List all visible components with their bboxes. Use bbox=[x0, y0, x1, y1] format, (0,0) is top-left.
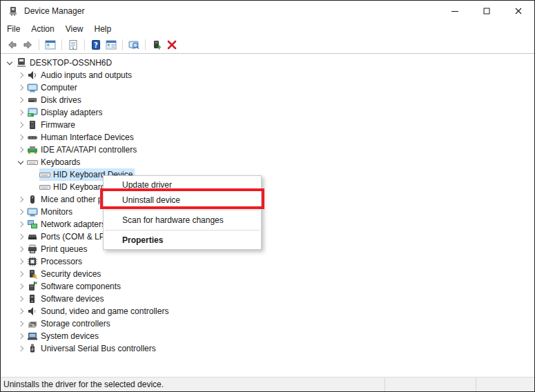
chevron-right-icon[interactable] bbox=[14, 317, 27, 330]
menu-separator bbox=[105, 210, 260, 210]
menu-file[interactable]: File bbox=[1, 21, 26, 37]
tree-item-monitors[interactable]: Monitors bbox=[1, 206, 534, 218]
hid-icon bbox=[27, 132, 38, 143]
keyboard-icon bbox=[39, 169, 50, 180]
tree-item-disk-drives[interactable]: Disk drives bbox=[1, 94, 534, 106]
chevron-right-icon[interactable] bbox=[14, 81, 27, 94]
close-button[interactable] bbox=[503, 1, 534, 21]
tree-item-security-devices[interactable]: Security devices bbox=[1, 268, 534, 280]
chevron-right-icon[interactable] bbox=[14, 255, 27, 268]
menu-separator bbox=[105, 230, 260, 231]
help-icon[interactable]: ? bbox=[90, 39, 101, 50]
minimize-icon bbox=[449, 6, 460, 17]
status-bar: Uninstalls the driver for the selected d… bbox=[1, 377, 534, 391]
firmware-icon bbox=[27, 119, 38, 130]
tree-item-display-adapters[interactable]: Display adapters bbox=[1, 106, 534, 119]
tree-item-usb-controllers[interactable]: Universal Serial Bus controllers bbox=[1, 342, 534, 355]
toolbar-separator bbox=[39, 39, 39, 50]
tree-item-label: Storage controllers bbox=[41, 319, 110, 329]
svg-text:?: ? bbox=[94, 41, 98, 49]
tree-item-software-components[interactable]: Software components bbox=[1, 280, 534, 293]
console-tree-icon[interactable] bbox=[45, 39, 56, 50]
menu-help[interactable]: Help bbox=[89, 21, 117, 37]
tree-item-storage-controllers[interactable]: Storage controllers bbox=[1, 317, 534, 330]
tree-item-print-queues[interactable]: Print queues bbox=[1, 243, 534, 255]
chevron-right-icon[interactable] bbox=[14, 144, 27, 156]
tree-item-network-adapters[interactable]: Network adapters bbox=[1, 218, 534, 231]
update-driver-icon[interactable] bbox=[151, 39, 162, 50]
forward-icon[interactable] bbox=[22, 39, 33, 50]
uninstall-device-icon[interactable] bbox=[166, 39, 177, 50]
back-icon[interactable] bbox=[7, 39, 18, 50]
chevron-right-icon[interactable] bbox=[14, 131, 27, 144]
disk-icon bbox=[27, 95, 38, 106]
minimize-button[interactable] bbox=[439, 1, 471, 21]
status-text: Uninstalls the driver for the selected d… bbox=[3, 380, 164, 389]
computer-icon bbox=[16, 57, 27, 68]
chevron-right-icon[interactable] bbox=[14, 206, 27, 218]
tree-item-hid[interactable]: Human Interface Devices bbox=[1, 131, 534, 144]
maximize-button[interactable] bbox=[471, 1, 503, 21]
chevron-right-icon[interactable] bbox=[14, 119, 27, 131]
tree-item-software-devices[interactable]: Software devices bbox=[1, 293, 534, 305]
tree-item-hid-keyboard-device-1[interactable]: HID Keyboard Device bbox=[1, 168, 534, 181]
menu-item-scan-hardware-changes[interactable]: Scan for hardware changes bbox=[104, 213, 261, 228]
chevron-right-icon[interactable] bbox=[14, 268, 27, 280]
tree-item-label: Sound, video and game controllers bbox=[41, 306, 168, 316]
properties-icon[interactable] bbox=[68, 39, 79, 50]
tree-item-label: Software devices bbox=[41, 294, 104, 304]
tree-item-label: Security devices bbox=[41, 269, 101, 279]
chevron-right-icon[interactable] bbox=[14, 243, 27, 255]
tree-item-desktop[interactable]: DESKTOP-OSSNH6D bbox=[1, 57, 534, 69]
device-manager-window: Device Manager File Action View Help ? D… bbox=[0, 0, 535, 392]
tree-item-ide[interactable]: IDE ATA/ATAPI controllers bbox=[1, 144, 534, 156]
tree-item-hid-keyboard-device-2[interactable]: HID Keyboard Device bbox=[1, 181, 534, 193]
tree-item-sound-controllers[interactable]: Sound, video and game controllers bbox=[1, 305, 534, 317]
scan-hardware-icon[interactable] bbox=[128, 39, 139, 50]
tree-item-label: Firmware bbox=[41, 120, 75, 130]
chevron-right-icon[interactable] bbox=[14, 218, 27, 231]
tree-item-firmware[interactable]: Firmware bbox=[1, 119, 534, 131]
context-menu: Update driver Uninstall device Scan for … bbox=[103, 175, 262, 250]
action-pane-icon[interactable] bbox=[106, 39, 117, 50]
chevron-right-icon[interactable] bbox=[14, 231, 27, 243]
tree-item-label: Monitors bbox=[41, 207, 72, 217]
chevron-right-icon[interactable] bbox=[14, 94, 27, 106]
expander-placeholder bbox=[27, 168, 39, 181]
tree-item-audio[interactable]: Audio inputs and outputs bbox=[1, 69, 534, 81]
menu-action[interactable]: Action bbox=[26, 21, 59, 37]
chevron-right-icon[interactable] bbox=[14, 342, 27, 355]
window-title: Device Manager bbox=[24, 6, 84, 16]
chevron-right-icon[interactable] bbox=[14, 293, 27, 305]
chevron-down-icon[interactable] bbox=[14, 156, 27, 168]
processor-icon bbox=[27, 256, 38, 267]
chevron-right-icon[interactable] bbox=[14, 305, 27, 317]
monitor-icon bbox=[27, 82, 38, 93]
tree-item-label: Display adapters bbox=[41, 108, 102, 117]
chevron-right-icon[interactable] bbox=[14, 106, 27, 119]
tree-item-mice[interactable]: Mice and other pointing devices bbox=[1, 193, 534, 206]
toolbar: ? bbox=[1, 37, 534, 54]
chevron-right-icon[interactable] bbox=[14, 330, 27, 342]
ide-controller-icon bbox=[27, 144, 38, 155]
tree-item-ports[interactable]: Ports (COM & LPT) bbox=[1, 231, 534, 243]
chevron-right-icon[interactable] bbox=[14, 69, 27, 81]
menu-view[interactable]: View bbox=[60, 21, 89, 37]
chevron-right-icon[interactable] bbox=[14, 193, 27, 206]
tree-item-system-devices[interactable]: System devices bbox=[1, 330, 534, 342]
expander-placeholder bbox=[27, 181, 39, 193]
chevron-down-icon[interactable] bbox=[3, 57, 16, 69]
toolbar-separator bbox=[61, 39, 62, 50]
toolbar-separator bbox=[122, 39, 123, 50]
menu-item-properties[interactable]: Properties bbox=[104, 233, 261, 248]
tree-item-label: Universal Serial Bus controllers bbox=[41, 344, 156, 353]
tree-item-keyboards[interactable]: Keyboards bbox=[1, 156, 534, 168]
tree-item-label: Processors bbox=[41, 257, 82, 266]
chevron-right-icon[interactable] bbox=[14, 280, 27, 293]
tree-item-processors[interactable]: Processors bbox=[1, 255, 534, 268]
statusbar-separator bbox=[385, 378, 385, 391]
storage-icon bbox=[27, 318, 38, 329]
display-adapter-icon bbox=[27, 107, 38, 118]
usb-icon bbox=[27, 343, 38, 354]
tree-item-computer[interactable]: Computer bbox=[1, 81, 534, 94]
